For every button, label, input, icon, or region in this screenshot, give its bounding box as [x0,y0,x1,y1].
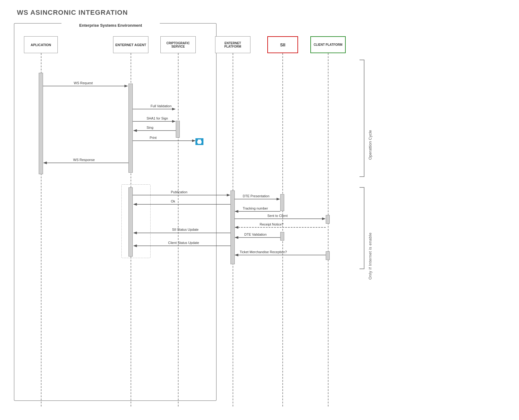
printer-icon [195,138,203,145]
lifeline-sii [282,53,283,406]
brace-internet-enable: Only if Internet is enable [368,209,372,280]
label-sing: Sing [147,126,153,129]
label-full-validation: Full Validation [151,104,171,108]
page-title: WS ASINCRONIC INTEGRATION [17,9,128,17]
activation-client-2 [326,251,330,260]
label-publication: Publication [171,190,187,194]
participant-sii: SII [267,36,298,53]
label-tracking: Tracking number [243,206,268,210]
group-operation-cycle [121,184,151,258]
enterprise-box [14,23,217,401]
svg-rect-3 [198,142,201,144]
label-sha1: SHA1 for Sign [147,116,168,120]
activation-enternet-platform-2 [230,190,235,264]
label-print: Print [150,136,157,139]
label-sent-to-client: Sent to Client [267,214,288,218]
participant-enternet-platform: ENTERNET PLATFORM [215,36,250,53]
label-ok: Ok [171,199,175,203]
label-sii-status: SII Status Update [172,228,199,231]
activation-aplication [39,73,43,174]
diagram-container: WS ASINCRONIC INTEGRATION Enterprise Sys… [0,0,519,420]
activation-enternet-agent-1 [128,84,133,173]
label-ticket-merchandise: Ticket Merchandise Reception? [240,250,287,254]
participant-client-platform: CLIENT PLATFORM [310,36,346,53]
label-client-status: Client Status Update [168,241,199,245]
label-dte-presentation: DTE Presentation [243,194,269,198]
brace-operation-cycle: Operattion Cycle [368,98,372,160]
label-receipt-notice: Receipt Notice? [260,222,284,226]
label-ws-response: WS Response [73,158,95,162]
enterprise-label: Enterprise Systems Environment [61,23,160,28]
svg-rect-1 [198,139,201,141]
activation-criptografic [176,121,180,138]
label-ws-request: WS Request [74,81,93,85]
activation-sii-dtevalidation [280,232,284,241]
participant-aplication: APLICATION [24,36,58,53]
participant-enternet-agent: ENTERNET AGENT [113,36,148,53]
label-dte-validation: DTE Validation [244,233,267,236]
lifeline-client-platform [328,53,328,406]
participant-criptografic: CRIPTOGRAFIC SERVICE [160,36,196,53]
activation-sii-1 [280,194,284,211]
activation-client-1 [326,215,330,224]
